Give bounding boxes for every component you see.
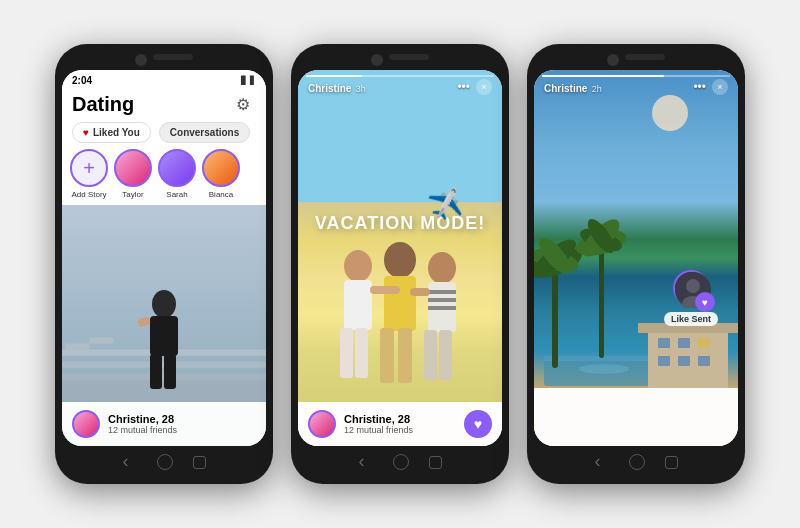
front-camera [135, 54, 147, 66]
story-item-bianca[interactable]: Bianca [202, 149, 240, 199]
add-story-item[interactable]: + Add Story [70, 149, 108, 199]
profile-card[interactable]: Christine, 28 12 mutual friends [62, 205, 266, 446]
svg-rect-26 [439, 330, 452, 380]
svg-rect-43 [678, 338, 690, 348]
profile-mini-avatar [72, 410, 100, 438]
phone-2-bottom-nav [298, 454, 502, 470]
phone-2-top-bar [298, 54, 502, 66]
svg-rect-13 [344, 280, 372, 330]
more-options-icon[interactable]: ••• [457, 80, 470, 94]
back-button-3[interactable] [595, 455, 609, 469]
svg-rect-11 [137, 316, 151, 328]
tab-liked-you[interactable]: ♥ Liked You [72, 122, 151, 143]
story-time-3: 2h [592, 84, 602, 94]
story-header-right: ••• × [457, 79, 492, 95]
svg-rect-34 [599, 248, 604, 358]
story-avatar-bianca [202, 149, 240, 187]
phone-3-bottom-nav [534, 454, 738, 470]
svg-point-53 [686, 279, 700, 293]
phone-3: Christine 2h ••• × [527, 44, 745, 484]
svg-point-7 [152, 290, 176, 318]
svg-rect-47 [698, 356, 710, 366]
svg-rect-9 [150, 354, 162, 389]
status-bar: 2:04 ▊ ▋ [62, 70, 266, 89]
recents-button-2[interactable] [429, 456, 442, 469]
story-close-button[interactable]: × [476, 79, 492, 95]
add-story-label: Add Story [71, 190, 106, 199]
svg-rect-28 [410, 288, 430, 296]
svg-rect-45 [658, 356, 670, 366]
back-button[interactable] [123, 455, 137, 469]
phone-2: Christine 3h ••• × VACATION MODE! ✈️ [291, 44, 509, 484]
story-close-button-3[interactable]: × [712, 79, 728, 95]
home-button-3[interactable] [629, 454, 645, 470]
like-sent-label: Like Sent [664, 312, 718, 326]
svg-rect-4 [65, 344, 89, 350]
story-user-info: Christine 3h [308, 78, 366, 96]
tab-conversations[interactable]: Conversations [159, 122, 250, 143]
profile-mutual: 12 mutual friends [108, 425, 177, 435]
story-item-sarah[interactable]: Sarah [158, 149, 196, 199]
home-button[interactable] [157, 454, 173, 470]
story-avatar-taylor [114, 149, 152, 187]
app-title: Dating [72, 93, 134, 116]
svg-rect-44 [698, 338, 710, 348]
status-time: 2:04 [72, 75, 92, 86]
front-camera-3 [607, 54, 619, 66]
svg-rect-46 [678, 356, 690, 366]
add-story-avatar: + [70, 149, 108, 187]
recents-button-3[interactable] [665, 456, 678, 469]
stories-row: + Add Story Taylor Sarah Bianca [62, 149, 266, 205]
phone-2-screen: Christine 3h ••• × VACATION MODE! ✈️ [298, 70, 502, 446]
story-profile-info: Christine, 28 12 mutual friends [344, 413, 413, 435]
like-button[interactable]: ♥ [464, 410, 492, 438]
svg-rect-27 [370, 286, 400, 294]
svg-rect-8 [150, 316, 178, 356]
phone-1-screen: 2:04 ▊ ▋ Dating ⚙ ♥ Liked You Conversati… [62, 70, 266, 446]
more-options-icon-3[interactable]: ••• [693, 80, 706, 94]
wifi-icon: ▊ [241, 76, 247, 85]
status-icons: ▊ ▋ [241, 76, 256, 85]
svg-rect-42 [658, 338, 670, 348]
friends-group-svg [320, 238, 480, 388]
phone-1-bottom-nav [62, 454, 266, 470]
recents-button[interactable] [193, 456, 206, 469]
svg-point-20 [428, 252, 456, 284]
resort-story-screen: Christine 2h ••• × [534, 70, 738, 446]
svg-point-12 [344, 250, 372, 282]
story-user-info-3: Christine 2h [544, 78, 602, 96]
svg-rect-23 [428, 298, 456, 302]
story-header-3: Christine 2h ••• × [534, 70, 738, 101]
phone-3-top-bar [534, 54, 738, 66]
tab-conversations-label: Conversations [170, 127, 239, 138]
story-time: 3h [356, 84, 366, 94]
svg-rect-25 [424, 330, 437, 380]
phone-3-screen: Christine 2h ••• × [534, 70, 738, 446]
story-profile-mutual: 12 mutual friends [344, 425, 413, 435]
svg-rect-14 [340, 328, 353, 378]
heart-icon: ♥ [83, 127, 89, 138]
story-username: Christine [308, 83, 351, 94]
phone-speaker-3 [625, 54, 665, 60]
battery-icon: ▋ [250, 76, 256, 85]
tab-liked-label: Liked You [93, 127, 140, 138]
svg-rect-17 [384, 276, 416, 331]
svg-rect-29 [552, 268, 558, 368]
svg-rect-18 [380, 328, 394, 383]
svg-rect-22 [428, 290, 456, 294]
svg-point-16 [384, 242, 416, 278]
svg-rect-15 [355, 328, 368, 378]
profile-person-svg [128, 286, 200, 406]
dating-app-screen: 2:04 ▊ ▋ Dating ⚙ ♥ Liked You Conversati… [62, 70, 266, 446]
story-screen: Christine 3h ••• × VACATION MODE! ✈️ [298, 70, 502, 446]
profile-name-block: Christine, 28 12 mutual friends [108, 413, 177, 435]
story-username-3: Christine [544, 83, 587, 94]
svg-rect-5 [89, 338, 113, 344]
settings-icon[interactable]: ⚙ [236, 95, 256, 115]
like-sent-avatar-container: ♥ [673, 270, 709, 306]
profile-name: Christine, 28 [108, 413, 177, 425]
story-item-taylor[interactable]: Taylor [114, 149, 152, 199]
home-button-2[interactable] [393, 454, 409, 470]
phone-speaker-2 [389, 54, 429, 60]
back-button-2[interactable] [359, 455, 373, 469]
